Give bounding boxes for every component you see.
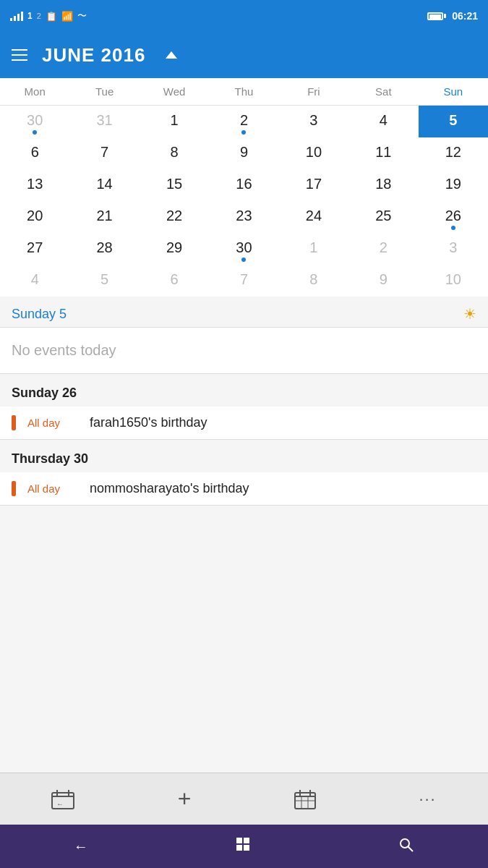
event-dot xyxy=(312,258,316,262)
back-button[interactable]: ← xyxy=(59,833,103,861)
event-dot xyxy=(103,162,107,166)
calendar-day-0-0[interactable]: 30 xyxy=(0,106,69,137)
collapse-calendar-button[interactable] xyxy=(166,51,177,59)
status-bar: 1 2 📋 📶 〜 06:21 xyxy=(0,0,488,32)
calendar-day-2-6[interactable]: 19 xyxy=(419,169,488,201)
calendar-day-4-2[interactable]: 29 xyxy=(140,233,209,265)
calendar-day-0-4[interactable]: 3 xyxy=(279,106,348,137)
event-dot xyxy=(381,289,385,294)
day-header-mon: Mon xyxy=(0,78,69,105)
day-number: 1 xyxy=(309,239,317,255)
event-item-1-0[interactable]: All daynommosharayato's birthday xyxy=(0,472,488,506)
event-dot xyxy=(381,258,385,262)
event-dot xyxy=(381,162,385,166)
day-number: 16 xyxy=(236,176,252,192)
more-button[interactable]: ··· xyxy=(407,784,448,814)
calendar-day-3-3[interactable]: 23 xyxy=(209,201,278,233)
search-button[interactable] xyxy=(384,831,429,862)
day-number: 14 xyxy=(97,176,113,192)
day-number: 6 xyxy=(31,144,39,160)
event-dot xyxy=(312,226,316,230)
calendar-day-4-1[interactable]: 28 xyxy=(69,233,139,265)
event-time: All day xyxy=(27,481,78,496)
day-number: 7 xyxy=(100,144,108,160)
svg-rect-1 xyxy=(52,796,74,797)
svg-rect-15 xyxy=(244,845,249,851)
calendar-day-5-5[interactable]: 9 xyxy=(348,265,418,297)
day-number: 4 xyxy=(31,271,39,287)
add-event-button[interactable]: + xyxy=(166,780,203,818)
calendar-day-5-0[interactable]: 4 xyxy=(0,265,69,297)
day-number: 5 xyxy=(449,112,457,128)
calendar-day-1-3[interactable]: 9 xyxy=(209,137,278,169)
calendar-day-1-0[interactable]: 6 xyxy=(0,137,69,169)
home-button[interactable] xyxy=(221,830,265,862)
event-dot xyxy=(33,194,37,198)
calendar-day-3-0[interactable]: 20 xyxy=(0,201,69,233)
calendar-day-2-0[interactable]: 13 xyxy=(0,169,69,201)
calendar-day-2-5[interactable]: 18 xyxy=(348,169,418,201)
calendar-day-4-4[interactable]: 1 xyxy=(279,233,348,265)
calendar-day-1-4[interactable]: 10 xyxy=(279,137,348,169)
calendar-day-5-3[interactable]: 7 xyxy=(209,265,278,297)
day-number: 1 xyxy=(171,112,179,128)
calendar-day-1-2[interactable]: 8 xyxy=(140,137,209,169)
calendar-day-5-6[interactable]: 10 xyxy=(419,265,488,297)
day-number: 22 xyxy=(166,208,182,224)
calendar-day-3-4[interactable]: 24 xyxy=(279,201,348,233)
app-header: JUNE 2016 xyxy=(0,32,488,78)
day-number: 31 xyxy=(97,112,113,128)
selected-day-title: Sunday 5 xyxy=(12,307,67,322)
event-dot xyxy=(381,130,385,135)
wifi-icon: 📶 xyxy=(61,11,73,22)
month-view-button[interactable] xyxy=(283,783,328,815)
calendar-day-3-1[interactable]: 21 xyxy=(69,201,139,233)
calendar-grid: 3031123456789101112131415161718192021222… xyxy=(0,106,488,297)
event-title: nommosharayato's birthday xyxy=(90,481,249,496)
selected-day-header: Sunday 5 ☀ xyxy=(0,297,488,328)
calendar-day-0-5[interactable]: 4 xyxy=(348,106,418,137)
calendar-day-2-1[interactable]: 14 xyxy=(69,169,139,201)
event-sun-icon: ☀ xyxy=(463,305,476,323)
day-number: 3 xyxy=(449,239,457,255)
event-dot xyxy=(33,258,37,262)
day-number: 2 xyxy=(240,112,248,128)
day-number: 18 xyxy=(375,176,391,192)
calendar-day-5-4[interactable]: 8 xyxy=(279,265,348,297)
event-dot xyxy=(241,130,246,135)
event-dot xyxy=(172,289,176,294)
day-header-wed: Wed xyxy=(140,78,209,105)
calendar-day-3-5[interactable]: 25 xyxy=(348,201,418,233)
day-number: 29 xyxy=(166,239,182,255)
event-sections: Sunday 26All dayfarah1650's birthdayThur… xyxy=(0,374,488,506)
day-number: 13 xyxy=(27,176,43,192)
calendar-day-1-5[interactable]: 11 xyxy=(348,137,418,169)
event-dot xyxy=(241,289,246,294)
calendar-day-0-2[interactable]: 1 xyxy=(140,106,209,137)
calendar-day-4-0[interactable]: 27 xyxy=(0,233,69,265)
calendar-day-3-6[interactable]: 26 xyxy=(419,201,488,233)
calendar-day-4-6[interactable]: 3 xyxy=(419,233,488,265)
calendar-day-0-1[interactable]: 31 xyxy=(69,106,139,137)
calendar-day-0-6[interactable]: 5 xyxy=(419,106,488,137)
bottom-toolbar: ← + ··· xyxy=(0,773,488,825)
calendar-day-3-2[interactable]: 22 xyxy=(140,201,209,233)
event-dot xyxy=(103,258,107,262)
calendar-day-4-5[interactable]: 2 xyxy=(348,233,418,265)
hamburger-button[interactable] xyxy=(12,49,27,61)
back-calendar-button[interactable]: ← xyxy=(40,783,86,815)
event-item-0-0[interactable]: All dayfarah1650's birthday xyxy=(0,407,488,440)
calendar-day-5-2[interactable]: 6 xyxy=(140,265,209,297)
calendar-day-1-6[interactable]: 12 xyxy=(419,137,488,169)
event-dot xyxy=(33,226,37,230)
calendar-day-2-2[interactable]: 15 xyxy=(140,169,209,201)
calendar-day-5-1[interactable]: 5 xyxy=(69,265,139,297)
network2-label: 2 xyxy=(37,12,41,20)
day-header-tue: Tue xyxy=(69,78,139,105)
calendar-day-0-3[interactable]: 2 xyxy=(209,106,278,137)
calendar-day-2-4[interactable]: 17 xyxy=(279,169,348,201)
calendar-day-1-1[interactable]: 7 xyxy=(69,137,139,169)
calendar-day-2-3[interactable]: 16 xyxy=(209,169,278,201)
calendar-day-4-3[interactable]: 30 xyxy=(209,233,278,265)
signal2-icon: 〜 xyxy=(77,9,87,22)
